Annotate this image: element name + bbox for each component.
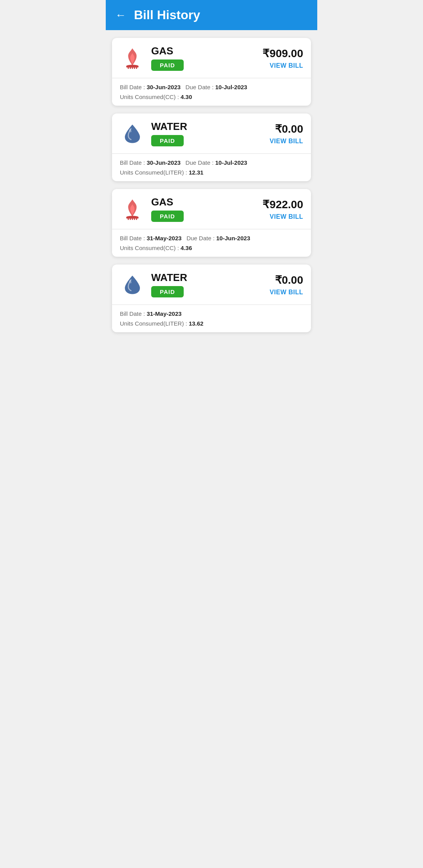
back-button[interactable]: ← <box>115 10 126 21</box>
paid-badge-2: PAID <box>151 135 184 146</box>
bill-type-3: GAS <box>151 196 256 208</box>
bill-card-4: WATER PAID ₹0.00 VIEW BILL Bill Date : 3… <box>112 265 311 332</box>
bill-dates-1: Bill Date : 30-Jun-2023 Due Date : 10-Ju… <box>120 84 303 90</box>
app-header: ← Bill History <box>106 0 317 30</box>
bill-amount-section-2: ₹0.00 VIEW BILL <box>270 122 303 145</box>
bill-card-top-4: WATER PAID ₹0.00 VIEW BILL <box>112 265 311 304</box>
bill-card-3: GAS PAID ₹922.00 VIEW BILL Bill Date : 3… <box>112 189 311 257</box>
bill-units-3: Units Consumed(CC) : 4.36 <box>120 245 303 251</box>
bill-card-bottom-2: Bill Date : 30-Jun-2023 Due Date : 10-Ju… <box>112 153 311 181</box>
water-icon-2 <box>120 121 145 146</box>
bill-card-1: GAS PAID ₹909.00 VIEW BILL Bill Date : 3… <box>112 38 311 106</box>
bill-dates-2: Bill Date : 30-Jun-2023 Due Date : 10-Ju… <box>120 159 303 166</box>
paid-badge-1: PAID <box>151 59 184 71</box>
bill-amount-3: ₹922.00 <box>262 198 303 211</box>
view-bill-link-3[interactable]: VIEW BILL <box>270 213 303 220</box>
bill-card-top-3: GAS PAID ₹922.00 VIEW BILL <box>112 189 311 229</box>
bill-card-bottom-4: Bill Date : 31-May-2023 Units Consumed(L… <box>112 304 311 332</box>
bill-amount-1: ₹909.00 <box>262 47 303 60</box>
bill-amount-4: ₹0.00 <box>275 274 304 286</box>
view-bill-link-1[interactable]: VIEW BILL <box>270 62 303 69</box>
bill-dates-3: Bill Date : 31-May-2023 Due Date : 10-Ju… <box>120 235 303 241</box>
bill-units-2: Units Consumed(LITER) : 12.31 <box>120 169 303 176</box>
bill-type-4: WATER <box>151 272 264 284</box>
bill-info-1: GAS PAID <box>151 45 256 71</box>
paid-badge-3: PAID <box>151 211 184 222</box>
bill-type-1: GAS <box>151 45 256 57</box>
bill-units-4: Units Consumed(LITER) : 13.62 <box>120 320 303 327</box>
bill-amount-section-4: ₹0.00 VIEW BILL <box>270 274 303 296</box>
water-icon-4 <box>120 272 145 297</box>
bill-units-1: Units Consumed(CC) : 4.30 <box>120 94 303 100</box>
bill-type-2: WATER <box>151 121 264 133</box>
bill-dates-4: Bill Date : 31-May-2023 <box>120 310 303 317</box>
bill-info-2: WATER PAID <box>151 121 264 146</box>
bill-card-2: WATER PAID ₹0.00 VIEW BILL Bill Date : 3… <box>112 113 311 181</box>
bill-amount-section-1: ₹909.00 VIEW BILL <box>262 47 303 69</box>
view-bill-link-2[interactable]: VIEW BILL <box>270 138 303 145</box>
gas-icon-3 <box>120 196 145 222</box>
bill-amount-2: ₹0.00 <box>275 122 304 135</box>
bill-list: GAS PAID ₹909.00 VIEW BILL Bill Date : 3… <box>106 30 317 340</box>
bill-card-top-1: GAS PAID ₹909.00 VIEW BILL <box>112 38 311 78</box>
bill-card-bottom-3: Bill Date : 31-May-2023 Due Date : 10-Ju… <box>112 229 311 257</box>
bill-info-4: WATER PAID <box>151 272 264 297</box>
bill-card-bottom-1: Bill Date : 30-Jun-2023 Due Date : 10-Ju… <box>112 78 311 106</box>
paid-badge-4: PAID <box>151 286 184 297</box>
bill-card-top-2: WATER PAID ₹0.00 VIEW BILL <box>112 113 311 153</box>
gas-icon-1 <box>120 45 145 70</box>
view-bill-link-4[interactable]: VIEW BILL <box>270 289 303 296</box>
page-title: Bill History <box>134 8 200 22</box>
bill-info-3: GAS PAID <box>151 196 256 222</box>
bill-amount-section-3: ₹922.00 VIEW BILL <box>262 198 303 220</box>
